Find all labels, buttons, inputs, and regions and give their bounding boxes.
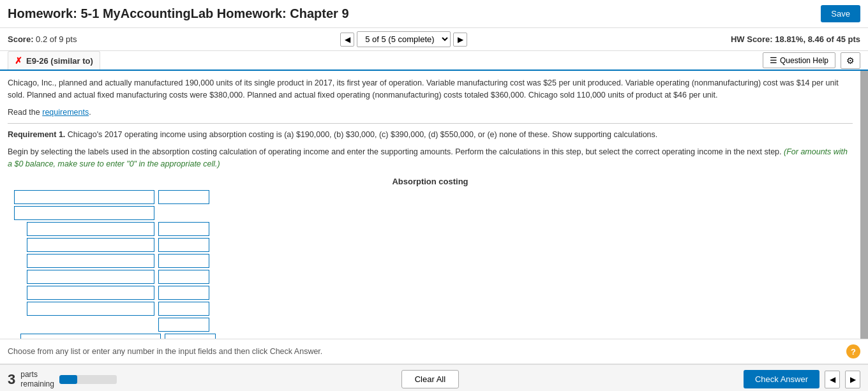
req-divider — [8, 123, 853, 124]
table-row — [14, 206, 853, 220]
label-input-4[interactable] — [27, 238, 154, 252]
label-input-8[interactable] — [27, 302, 154, 316]
footer-nav-prev-button[interactable]: ◀ — [825, 371, 840, 388]
value-input-5[interactable] — [158, 254, 209, 268]
table-row — [27, 254, 853, 268]
instruction-text: Begin by selecting the labels used in th… — [8, 146, 853, 170]
table-row — [27, 286, 853, 300]
score-label: Score: 0.2 of 9 pts — [8, 34, 77, 44]
help-circle-button[interactable]: ? — [846, 344, 860, 358]
label-input-1[interactable] — [14, 190, 154, 204]
value-input-1[interactable] — [158, 190, 209, 204]
table-row — [27, 222, 853, 236]
parts-label-2: remaining — [20, 380, 54, 388]
value-input-9[interactable] — [165, 334, 216, 339]
question-help-button[interactable]: ☰ Question Help — [763, 52, 835, 68]
table-row — [27, 270, 853, 284]
value-input-8a[interactable] — [158, 302, 209, 316]
footer-nav-next-button[interactable]: ▶ — [845, 371, 860, 388]
progress-bar — [59, 375, 117, 384]
check-answer-button[interactable]: Check Answer — [744, 370, 819, 388]
parts-label-1: parts — [20, 370, 54, 379]
settings-button[interactable]: ⚙ — [841, 52, 860, 69]
value-input-6[interactable] — [158, 270, 209, 284]
label-input-5[interactable] — [27, 254, 154, 268]
x-icon: ✗ — [15, 55, 22, 66]
question-paragraph: Chicago, Inc., planned and actually manu… — [8, 77, 853, 101]
label-input-9[interactable] — [20, 334, 161, 339]
question-tab-label: E9-26 (similar to) — [26, 56, 93, 66]
page-title: Homework: 5-1 MyAccountingLab Homework: … — [8, 6, 349, 21]
list-icon: ☰ — [770, 55, 777, 65]
value-input-8b[interactable] — [158, 318, 209, 332]
table-row — [27, 238, 853, 252]
table-row — [27, 302, 853, 332]
table-row — [14, 190, 853, 204]
value-input-7[interactable] — [158, 286, 209, 300]
requirements-link[interactable]: requirements — [42, 108, 89, 117]
hw-score-value: 18.81%, 8.46 of 45 pts — [775, 34, 860, 44]
gear-icon: ⚙ — [846, 55, 855, 66]
parts-remaining: 3 parts remaining — [8, 370, 117, 388]
question-nav-dropdown[interactable]: 5 of 5 (5 complete) — [357, 31, 451, 47]
absorption-costing-table — [14, 190, 853, 339]
progress-bar-fill — [59, 375, 77, 384]
requirements-line: Read the requirements. — [8, 107, 853, 119]
footer-bar: 3 parts remaining Clear All Check Answer… — [0, 364, 868, 391]
absorption-title: Absorption costing — [8, 177, 853, 186]
parts-number: 3 — [8, 371, 15, 388]
label-input-7[interactable] — [27, 286, 154, 300]
nav-next-button[interactable]: ▶ — [453, 33, 467, 47]
value-input-4[interactable] — [158, 238, 209, 252]
bottom-instruction: Choose from any list or enter any number… — [8, 347, 322, 356]
hw-score-label: HW Score: — [731, 34, 773, 44]
save-button[interactable]: Save — [821, 5, 860, 22]
clear-all-button[interactable]: Clear All — [401, 370, 459, 388]
label-input-6[interactable] — [27, 270, 154, 284]
value-input-3[interactable] — [158, 222, 209, 236]
label-input-2[interactable] — [14, 206, 154, 220]
requirement-1-text: Requirement 1. Chicago's 2017 operating … — [8, 129, 853, 141]
nav-prev-button[interactable]: ◀ — [340, 33, 354, 47]
label-input-3[interactable] — [27, 222, 154, 236]
question-tab[interactable]: ✗ E9-26 (similar to) — [8, 51, 100, 70]
main-content: Chicago, Inc., planned and actually manu… — [0, 71, 868, 339]
